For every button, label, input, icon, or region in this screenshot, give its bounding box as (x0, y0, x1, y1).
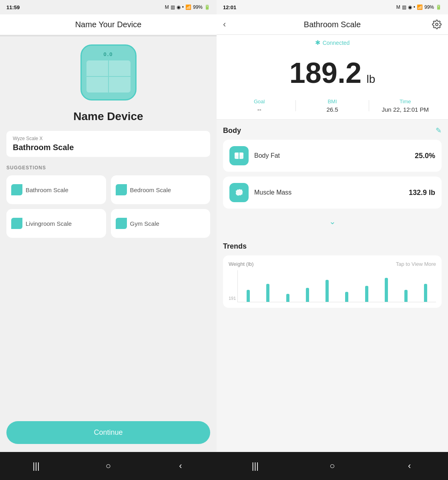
chart-bar-9 (417, 270, 434, 302)
chart-y-label: 191 (229, 296, 236, 301)
battery-left: 99% (193, 4, 203, 10)
chart-bar-5 (338, 270, 356, 302)
chart-tap: Tap to View More (396, 261, 436, 267)
chart-bar-4 (318, 270, 335, 302)
home-button-left[interactable]: ○ (96, 458, 120, 474)
status-bar-left: 11:59 M ▥ ◉ • 📶 99% 🔋 (0, 0, 217, 14)
chart-bar-1 (259, 270, 277, 302)
body-header: Body ✎ (223, 126, 442, 135)
time-right: 12:01 (223, 4, 236, 10)
bottom-nav-right: ||| ○ ‹ (217, 452, 448, 480)
status-icons-left: M ▥ ◉ • 📶 99% 🔋 (165, 4, 210, 10)
stat-goal-label: Goal (223, 98, 295, 104)
stat-goal-value: -- (223, 106, 295, 113)
gmail-icon-r: M (396, 4, 400, 10)
phone-right: 12:01 M ▥ ◉ • 📶 99% 🔋 ‹ Bathroom Scale (217, 0, 448, 480)
muscle-mass-card: Muscle Mass 132.9 lb (223, 177, 442, 209)
stat-goal: Goal -- (223, 98, 295, 113)
suggestion-gym-label: Gym Scale (130, 220, 159, 227)
recents-button-left[interactable]: ||| (24, 458, 48, 474)
chart-bar-7 (378, 270, 395, 302)
active-dot: • (182, 4, 184, 10)
gear-icon (432, 20, 442, 29)
device-name-input[interactable] (13, 143, 204, 152)
scale-icon (233, 150, 245, 161)
right-main-content: ✱ Connected 189.2 lb Goal -- BMI 26.5 (217, 35, 448, 452)
muscle-mass-icon (229, 183, 249, 202)
recents-button-right[interactable]: ||| (243, 458, 267, 474)
suggestion-corner-3 (11, 218, 22, 229)
muscle-mass-label: Muscle Mass (254, 189, 403, 196)
suggestion-corner-4 (116, 218, 127, 229)
chart-bar-0 (239, 270, 257, 302)
body-title: Body (223, 127, 241, 135)
expand-button[interactable]: ⌄ (223, 213, 442, 229)
battery-icon: 🔋 (204, 4, 210, 10)
scale-grid (86, 60, 131, 92)
page-title-right: Bathroom Scale (235, 20, 430, 29)
suggestion-corner-2 (116, 184, 127, 195)
stat-time-value: Jun 22, 12:01 PM (369, 106, 442, 113)
trends-chart[interactable]: Weight (lb) Tap to View More 191 (223, 255, 442, 308)
wifi-icon-r: 📶 (417, 4, 423, 10)
stat-bmi-label: BMI (296, 98, 368, 104)
weight-value: 189.2 (289, 57, 362, 89)
bluetooth-bar: ✱ Connected (217, 35, 448, 50)
back-button-nav-left[interactable]: ‹ (169, 458, 193, 474)
stat-bmi: BMI 26.5 (296, 98, 368, 113)
stat-time: Time Jun 22, 12:01 PM (369, 98, 442, 113)
dot-icon-r: ◉ (408, 4, 412, 10)
suggestion-bedroom[interactable]: Bedroom Scale (111, 175, 211, 204)
suggestion-livingroom-label: Livingroom Scale (26, 220, 72, 227)
device-name-box: Wyze Scale X (6, 131, 210, 157)
stats-row: Goal -- BMI 26.5 Time Jun 22, 12:01 PM (217, 94, 448, 120)
status-icons-right: M ▥ ◉ • 📶 99% 🔋 (396, 4, 442, 10)
suggestion-corner-1 (11, 184, 22, 195)
suggestion-bathroom[interactable]: Bathroom Scale (6, 175, 106, 204)
gmail-icon: M (165, 4, 169, 10)
stat-time-label: Time (369, 98, 442, 104)
suggestion-livingroom[interactable]: Livingroom Scale (6, 209, 106, 238)
bluetooth-status: Connected (323, 40, 350, 46)
name-device-heading: Name Device (73, 110, 143, 123)
chart-area (237, 270, 436, 302)
scale-quad-1 (86, 60, 108, 76)
scale-display: 0.0 (103, 51, 113, 57)
edit-icon[interactable]: ✎ (436, 126, 442, 135)
muscle-mass-value: 132.9 lb (409, 189, 435, 197)
bottom-nav-left: ||| ○ ‹ (0, 452, 217, 480)
header-right: ‹ Bathroom Scale (217, 14, 448, 35)
scale-quad-4 (109, 77, 131, 92)
chart-bar-6 (358, 270, 375, 302)
suggestion-gym[interactable]: Gym Scale (111, 209, 211, 238)
chart-header: Weight (lb) Tap to View More (229, 261, 436, 267)
weight-unit: lb (366, 73, 375, 85)
msg-icon: ▥ (171, 4, 175, 10)
chart-bar-3 (299, 270, 316, 302)
settings-button[interactable] (430, 20, 442, 29)
status-bar-right: 12:01 M ▥ ◉ • 📶 99% 🔋 (217, 0, 448, 14)
left-main-content: 0.0 Name Device Wyze Scale X SUGGESTIONS (0, 36, 217, 480)
chart-bar-2 (279, 270, 296, 302)
chart-bar-8 (397, 270, 414, 302)
continue-button[interactable]: Continue (6, 421, 210, 444)
weight-display: 189.2 lb (217, 50, 448, 94)
home-button-right[interactable]: ○ (320, 458, 344, 474)
header-left: Name Your Device (0, 14, 217, 35)
phone-left: 11:59 M ▥ ◉ • 📶 99% 🔋 Name Your Device 0… (0, 0, 217, 480)
scale-quad-2 (109, 60, 131, 76)
suggestions-label: SUGGESTIONS (6, 165, 46, 171)
wifi-icon: 📶 (185, 4, 191, 10)
dot-icon: ◉ (177, 4, 181, 10)
device-model: Wyze Scale X (13, 136, 204, 141)
back-button-nav-right[interactable]: ‹ (398, 458, 422, 474)
stat-bmi-value: 26.5 (296, 106, 368, 113)
battery-right: 99% (424, 4, 434, 10)
chart-label: Weight (lb) (229, 261, 254, 267)
body-fat-value: 25.0% (415, 152, 435, 160)
suggestions-grid: Bathroom Scale Bedroom Scale Livingroom … (6, 175, 210, 238)
svg-point-0 (436, 23, 438, 26)
active-dot-r: • (414, 4, 415, 10)
back-button[interactable]: ‹ (223, 19, 235, 30)
scale-quad-3 (86, 77, 108, 92)
